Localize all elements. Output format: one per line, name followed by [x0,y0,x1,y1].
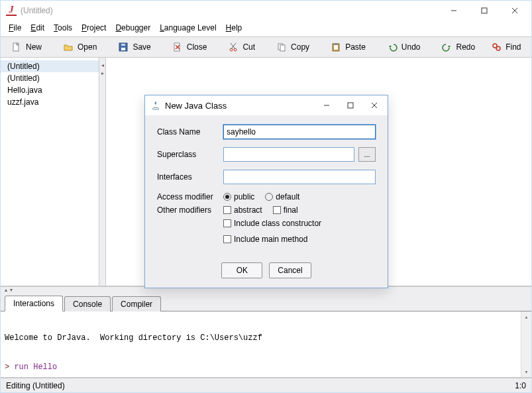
cancel-button[interactable]: Cancel [269,262,311,278]
toolbar-paste-label: Paste [345,42,366,52]
toolbar-find-button[interactable]: Find [484,40,527,54]
radio-default[interactable]: default [265,192,299,201]
splitter-up-icon: ▴ [5,288,7,293]
toolbar-redo-label: Redo [456,42,476,52]
save-icon [118,42,129,52]
dialog-footer: OK Cancel [145,257,388,288]
redo-icon [442,42,452,52]
check-final[interactable]: final [273,205,298,215]
menu-project[interactable]: Project [78,22,110,34]
window-title: (Untitled) [21,6,53,15]
toolbar-find-label: Find [505,42,521,52]
close-file-icon [172,42,183,52]
toolbar-save-button[interactable]: Save [111,40,157,54]
toolbar-redo-button[interactable]: Redo [435,40,482,54]
check-abstract[interactable]: abstract [223,205,262,215]
check-include-constructor[interactable]: Include class constructor [223,219,321,228]
splitter-left-icon: ◂ [101,63,104,68]
dialog-title: New Java Class [165,101,227,111]
vertical-splitter[interactable]: ◂ ▸ [99,58,106,286]
dialog-body: Class Name Superclass ... Interfaces Acc… [145,115,388,257]
interactions-console[interactable]: Welcome to DrJava. Working directory is … [1,311,531,378]
label-access-modifier: Access modifier [157,192,223,201]
toolbar-copy-label: Copy [291,42,309,52]
dialog-maximize-button[interactable] [339,96,362,115]
file-item[interactable]: Hello.java [1,84,99,96]
scroll-up-icon[interactable]: ▴ [521,311,532,322]
menu-debugger[interactable]: Debugger [111,22,154,34]
browse-superclass-button[interactable]: ... [358,147,376,162]
svg-rect-3 [121,48,125,50]
menu-file[interactable]: File [5,22,25,34]
dialog-minimize-button[interactable] [315,96,339,115]
svg-point-15 [152,108,159,110]
check-include-main[interactable]: Include main method [223,235,307,244]
window-minimize-button[interactable] [439,1,469,21]
label-interfaces: Interfaces [157,172,223,182]
scroll-down-icon[interactable]: ▾ [521,366,532,377]
toolbar-paste-button[interactable]: Paste [324,40,372,54]
find-icon [491,42,502,52]
tabbar: Interactions Console Compiler [1,293,531,311]
new-java-class-dialog: New Java Class Class Name Superclass ...… [144,95,388,288]
toolbar-undo-label: Undo [401,42,421,52]
svg-rect-12 [334,43,338,45]
input-superclass[interactable] [223,147,354,162]
splitter-down-icon: ▾ [10,288,13,293]
open-folder-icon [63,42,74,52]
undo-icon [387,42,398,52]
dialog-close-button[interactable] [362,96,386,115]
statusbar: Editing (Untitled) 1:0 [1,378,531,392]
label-class-name: Class Name [157,127,223,137]
toolbar-close-button[interactable]: Close [166,40,214,54]
svg-rect-0 [482,8,487,13]
java-icon [150,100,161,111]
menu-tools[interactable]: Tools [50,22,76,34]
toolbar-new-label: New [26,42,42,52]
file-item[interactable]: uzzf.java [1,96,99,108]
titlebar: J (Untitled) [1,1,531,21]
ok-button[interactable]: OK [221,262,262,278]
label-superclass: Superclass [157,150,223,159]
file-item[interactable]: (Untitled) [1,60,99,72]
svg-rect-16 [348,103,353,108]
toolbar-open-button[interactable]: Open [56,40,103,54]
svg-rect-9 [280,45,285,51]
tab-interactions[interactable]: Interactions [5,296,63,311]
copy-icon [276,42,287,52]
menu-help[interactable]: Help [222,22,246,34]
console-scrollbar[interactable]: ▴ ▾ [521,311,531,377]
new-file-icon [11,42,22,52]
input-interfaces[interactable] [223,170,376,184]
tab-compiler[interactable]: Compiler [112,296,161,311]
window-close-button[interactable] [500,1,530,21]
bottom-panel: ▴ ▾ Interactions Console Compiler Welcom… [1,286,531,392]
console-line: > run Hello [5,362,527,372]
toolbar-cut-button[interactable]: Cut [221,40,262,54]
toolbar-cut-label: Cut [242,42,255,52]
console-line: Welcome to DrJava. Working directory is … [5,333,527,343]
toolbar-open-label: Open [78,42,97,52]
window-maximize-button[interactable] [469,1,500,21]
dialog-titlebar: New Java Class [145,95,388,115]
radio-public[interactable]: public [223,192,254,201]
label-other-modifiers: Other modifiers [157,205,223,215]
tab-console[interactable]: Console [64,296,111,311]
svg-rect-4 [121,44,125,46]
toolbar-close-label: Close [187,42,207,52]
toolbar-undo-button[interactable]: Undo [380,40,427,54]
toolbar-save-label: Save [133,42,150,52]
toolbar-copy-button[interactable]: Copy [270,40,316,54]
svg-rect-11 [334,45,338,50]
drjava-app-icon: J [6,5,17,16]
menu-language-level[interactable]: Language Level [156,22,220,34]
menu-edit[interactable]: Edit [27,22,48,34]
menubar: File Edit Tools Project Debugger Languag… [1,21,531,36]
toolbar-new-button[interactable]: New [5,40,48,54]
input-class-name[interactable] [223,125,376,139]
cut-icon [228,42,239,52]
toolbar: New Open Save Close Cut Copy Pas [1,36,531,58]
file-item[interactable]: (Untitled) [1,72,99,84]
svg-point-14 [496,46,500,50]
status-cursor-pos: 1:0 [515,381,526,390]
